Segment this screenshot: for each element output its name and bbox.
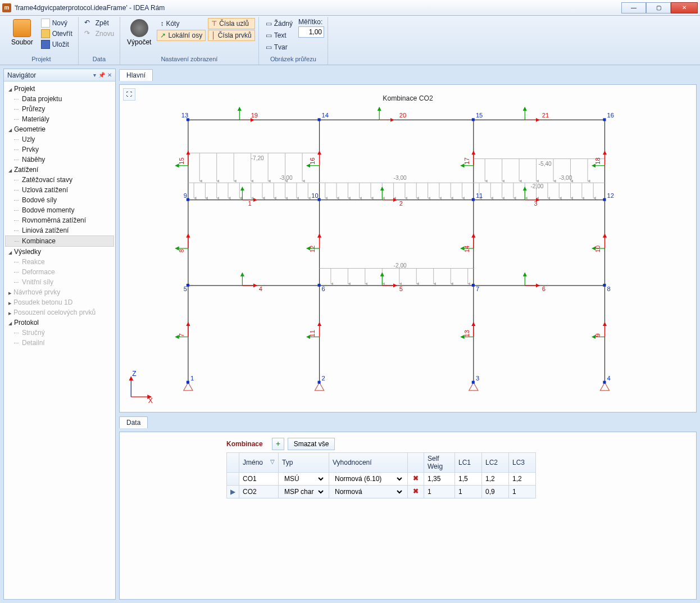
cell-lc3[interactable]: 1,2: [509, 472, 536, 485]
table-row[interactable]: CO1 MSÚ Normová (6.10) ✖ 1,35 1,5 1,2 1,…: [227, 472, 536, 485]
cell-sw[interactable]: 1,35: [424, 472, 455, 485]
tab-data[interactable]: Data: [119, 416, 148, 428]
tree-rz[interactable]: Rovnoměrná zatížení: [5, 215, 114, 225]
tree-posouzeni[interactable]: Posouzení ocelových prvků: [5, 307, 114, 318]
tree-prvky[interactable]: Prvky: [5, 144, 114, 155]
minimize-button[interactable]: —: [621, 2, 646, 13]
nav-close-icon[interactable]: ✕: [107, 72, 112, 78]
maximize-button[interactable]: ▢: [646, 2, 671, 13]
tree-data-projektu[interactable]: Data projektu: [5, 94, 114, 104]
cell-jmeno[interactable]: CO2: [239, 485, 279, 498]
save-button[interactable]: Uložit: [39, 39, 75, 49]
cell-lc2[interactable]: 1,2: [482, 472, 509, 485]
tree-uz[interactable]: Uzlová zatížení: [5, 185, 114, 195]
koty-toggle[interactable]: ↕Kóty: [157, 18, 206, 29]
tree-detailni[interactable]: Detailní: [5, 338, 114, 348]
tree-geometrie[interactable]: Geometrie: [5, 124, 114, 134]
tree-uzly[interactable]: Uzly: [5, 134, 114, 144]
elem-numbers-toggle[interactable]: │Čísla prvků: [208, 30, 255, 41]
tree-bs[interactable]: Bodové síly: [5, 195, 114, 205]
cell-vyhod[interactable]: Normová: [329, 485, 408, 498]
calc-button[interactable]: Výpočet: [124, 18, 154, 47]
undo-button[interactable]: ↶Zpět: [82, 18, 116, 28]
cell-typ[interactable]: MSP char: [279, 485, 329, 498]
tree-navrh[interactable]: Návrhové prvky: [5, 287, 114, 297]
row-delete-icon[interactable]: ✖: [411, 474, 420, 483]
svg-text:7: 7: [178, 333, 185, 337]
tree-materialy[interactable]: Materiály: [5, 114, 114, 124]
file-icon: [13, 19, 31, 37]
text-icon: ▭: [266, 31, 272, 39]
cell-lc3[interactable]: 1: [509, 485, 536, 498]
col-sw[interactable]: Self Weig: [424, 452, 455, 472]
file-label: Soubor: [11, 38, 33, 46]
section-shape-toggle[interactable]: ▭Tvar: [262, 42, 296, 53]
tree-reakce[interactable]: Reakce: [5, 257, 114, 267]
close-button[interactable]: ✕: [671, 2, 698, 13]
col-vyhod[interactable]: Vyhodnocení: [329, 452, 408, 472]
tree-strucny[interactable]: Stručný: [5, 328, 114, 338]
col-lc2[interactable]: LC2: [482, 452, 509, 472]
cell-sw[interactable]: 1: [424, 485, 455, 498]
svg-text:13: 13: [181, 112, 188, 119]
col-lc3[interactable]: LC3: [509, 452, 536, 472]
col-lc1[interactable]: LC1: [455, 452, 482, 472]
svg-text:11: 11: [476, 192, 483, 198]
svg-text:7: 7: [476, 285, 479, 292]
cell-lc2[interactable]: 0,9: [482, 485, 509, 498]
tree-protokol[interactable]: Protokol: [5, 318, 114, 328]
tree-deformace[interactable]: Deformace: [5, 267, 114, 277]
tree-zs[interactable]: Zatěžovací stavy: [5, 175, 114, 185]
row-delete-icon[interactable]: ✖: [411, 487, 420, 496]
add-button[interactable]: ＋: [272, 438, 284, 450]
delete-all-button[interactable]: Smazat vše: [288, 438, 335, 450]
node-numbers-toggle[interactable]: ⊤Čísla uzlů: [208, 18, 255, 29]
svg-text:4: 4: [607, 374, 611, 381]
section-none-toggle[interactable]: ▭Žádný: [262, 18, 296, 29]
tree-nabehy[interactable]: Náběhy: [5, 155, 114, 165]
cell-lc1[interactable]: 1,5: [455, 472, 482, 485]
local-axes-toggle[interactable]: ↗Lokální osy: [157, 30, 206, 41]
viewport[interactable]: ⛶ Kombinace CO2: [119, 84, 697, 412]
svg-rect-137: [187, 380, 189, 383]
title-bar: m 'frame4dgvicpaterprotocol.ideaFrame' -…: [0, 0, 700, 16]
tab-hlavni[interactable]: Hlavní: [119, 69, 153, 81]
scale-input[interactable]: [298, 26, 324, 38]
fullscreen-icon[interactable]: ⛶: [123, 88, 135, 101]
svg-text:Z: Z: [132, 369, 137, 377]
tree-prurezy[interactable]: Průřezy: [5, 104, 114, 114]
svg-text:9: 9: [184, 192, 187, 198]
cell-typ[interactable]: MSÚ: [279, 472, 329, 485]
new-button[interactable]: Nový: [39, 18, 75, 28]
svg-text:X: X: [148, 397, 153, 405]
cell-jmeno[interactable]: CO1: [239, 472, 279, 485]
section-text-toggle[interactable]: ▭Text: [262, 30, 296, 41]
col-jmeno[interactable]: Jméno▽: [239, 452, 279, 472]
table-row[interactable]: ▶ CO2 MSP char Normová ✖ 1 1 0,9 1: [227, 485, 536, 498]
filter-icon[interactable]: ▽: [270, 459, 275, 465]
tree-vs[interactable]: Vnitřní síly: [5, 277, 114, 287]
cell-lc1[interactable]: 1: [455, 485, 482, 498]
open-icon: [41, 29, 50, 38]
cell-vyhod[interactable]: Normová (6.10): [329, 472, 408, 485]
tree-bm[interactable]: Bodové momenty: [5, 205, 114, 215]
nav-pin-icon[interactable]: 📌: [98, 72, 105, 78]
svg-text:2: 2: [399, 200, 403, 207]
tree-posudek[interactable]: Posudek betonu 1D: [5, 297, 114, 307]
tree-projekt[interactable]: Projekt: [5, 84, 114, 94]
open-button[interactable]: Otevřít: [39, 29, 75, 39]
tree-kombinace[interactable]: Kombinace: [5, 235, 114, 247]
tree-lz[interactable]: Liniová zatížení: [5, 225, 114, 235]
nav-dropdown-icon[interactable]: ▾: [93, 72, 96, 78]
undo-icon: ↶: [84, 19, 93, 28]
tree-vysledky[interactable]: Výsledky: [5, 247, 114, 257]
tree-zatizeni[interactable]: Zatížení: [5, 165, 114, 175]
redo-button[interactable]: ↷Znovu: [82, 29, 116, 39]
group-data-label: Data: [82, 55, 116, 64]
gear-icon: [130, 19, 148, 37]
window-title: 'frame4dgvicpaterprotocol.ideaFrame' - I…: [15, 4, 621, 12]
none-icon: ▭: [266, 20, 272, 28]
col-typ[interactable]: Typ: [279, 452, 329, 472]
file-button[interactable]: Soubor: [8, 18, 37, 47]
save-icon: [41, 40, 50, 49]
